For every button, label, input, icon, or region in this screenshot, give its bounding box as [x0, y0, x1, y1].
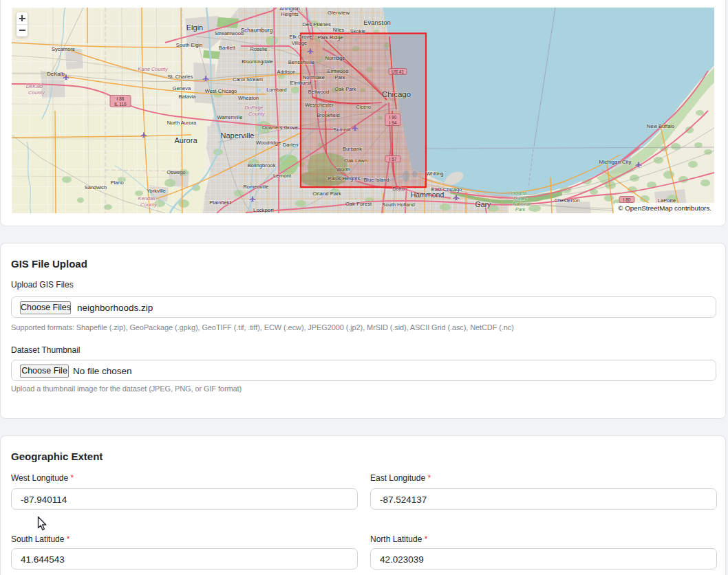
svg-text:Park Ridge: Park Ridge	[317, 34, 343, 41]
svg-text:North Aurora: North Aurora	[167, 120, 197, 126]
svg-text:Michigan City: Michigan City	[599, 159, 632, 165]
svg-text:Darien: Darien	[283, 142, 298, 148]
svg-text:Palos Heights: Palos Heights	[328, 175, 361, 182]
svg-text:Brookfield: Brookfield	[317, 112, 339, 118]
svg-text:Romeoville: Romeoville	[243, 184, 268, 190]
svg-text:Addison: Addison	[277, 69, 295, 75]
svg-text:County: County	[248, 111, 266, 117]
svg-text:US 41: US 41	[392, 69, 404, 74]
svg-text:Dolton: Dolton	[392, 186, 407, 192]
svg-text:IL 110: IL 110	[114, 102, 127, 107]
svg-text:Orland Park: Orland Park	[312, 191, 341, 197]
svg-text:Des Plaines: Des Plaines	[302, 21, 331, 28]
svg-text:Bloomingdale: Bloomingdale	[242, 58, 272, 65]
svg-text:Roselle: Roselle	[250, 46, 267, 52]
svg-text:Chicago: Chicago	[382, 90, 411, 98]
svg-text:I 80: I 80	[623, 197, 631, 202]
svg-text:Indiana: Indiana	[511, 191, 527, 195]
svg-text:County: County	[28, 89, 45, 96]
svg-text:South Elgin: South Elgin	[176, 42, 202, 48]
svg-text:Sycamore: Sycamore	[52, 46, 75, 52]
svg-text:Elgin: Elgin	[186, 23, 203, 32]
svg-text:Sandwich: Sandwich	[85, 184, 107, 191]
svg-text:Bolingbrook: Bolingbrook	[247, 162, 275, 169]
svg-text:DeKalb: DeKalb	[26, 83, 43, 89]
svg-text:Yorkville: Yorkville	[147, 188, 166, 194]
svg-text:DuPage: DuPage	[244, 105, 263, 111]
svg-text:Plainfield: Plainfield	[209, 199, 231, 206]
svg-text:Evanston: Evanston	[363, 19, 391, 26]
svg-text:West Chicago: West Chicago	[205, 88, 237, 94]
svg-text:Cicero: Cicero	[356, 104, 371, 110]
svg-text:Woodridge: Woodridge	[256, 140, 281, 146]
svg-text:Oak Forest: Oak Forest	[345, 201, 372, 207]
svg-text:Elmhurst: Elmhurst	[290, 80, 312, 86]
svg-text:Bartlett: Bartlett	[219, 45, 236, 51]
svg-text:Park: Park	[515, 207, 526, 212]
svg-text:Lemont: Lemont	[273, 173, 292, 179]
svg-text:DeKalb: DeKalb	[47, 71, 65, 77]
svg-text:Heights: Heights	[281, 11, 299, 17]
svg-text:Park: Park	[334, 74, 345, 80]
svg-text:I 94: I 94	[389, 120, 397, 125]
svg-text:County: County	[140, 202, 158, 208]
svg-text:I 88: I 88	[117, 96, 125, 101]
svg-text:Glenview: Glenview	[328, 10, 350, 16]
svg-text:Oswego: Oswego	[167, 169, 186, 175]
svg-text:East Chicago: East Chicago	[431, 186, 462, 193]
svg-text:Aurora: Aurora	[174, 136, 197, 144]
svg-text:Village: Village	[292, 40, 307, 46]
svg-text:Elmwood: Elmwood	[328, 68, 349, 74]
svg-text:Wheaton: Wheaton	[238, 95, 259, 101]
svg-text:Streamwood: Streamwood	[215, 30, 244, 36]
svg-text:National: National	[513, 202, 531, 206]
svg-text:Worth: Worth	[336, 166, 350, 173]
svg-text:New Buffalo: New Buffalo	[647, 123, 674, 129]
svg-text:Geneva: Geneva	[173, 85, 191, 91]
svg-text:Downers Grove: Downers Grove	[262, 124, 298, 131]
svg-text:Kane County: Kane County	[138, 66, 169, 72]
svg-text:Skokie: Skokie	[350, 28, 366, 34]
svg-text:Dunes: Dunes	[513, 196, 528, 201]
svg-text:Kendall: Kendall	[138, 195, 155, 202]
svg-text:Batavia: Batavia	[178, 94, 196, 100]
svg-text:I 90: I 90	[389, 115, 397, 120]
svg-text:South Holland: South Holland	[382, 202, 414, 208]
svg-text:Norridge: Norridge	[325, 55, 345, 61]
svg-text:Summit: Summit	[333, 127, 351, 133]
svg-text:Westchester: Westchester	[305, 102, 334, 108]
svg-text:Oak Lawn: Oak Lawn	[344, 158, 367, 164]
svg-text:Elk Grove: Elk Grove	[290, 34, 312, 40]
svg-text:Burbank: Burbank	[343, 146, 362, 152]
svg-text:Whiting: Whiting	[426, 171, 443, 177]
svg-text:Blue Island: Blue Island	[363, 177, 389, 183]
svg-text:Gary: Gary	[475, 200, 492, 208]
svg-text:Naperville: Naperville	[221, 131, 255, 140]
svg-text:Niles: Niles	[333, 27, 345, 33]
svg-text:Chesterton: Chesterton	[555, 197, 580, 204]
svg-text:Carol Stream: Carol Stream	[233, 76, 263, 83]
svg-text:I 57: I 57	[389, 157, 397, 162]
svg-text:Schaumburg: Schaumburg	[241, 28, 273, 34]
svg-text:Lockport: Lockport	[253, 207, 275, 213]
svg-text:Northlake: Northlake	[303, 74, 325, 80]
svg-text:Oak Park: Oak Park	[334, 86, 356, 92]
svg-text:Warrenville: Warrenville	[217, 114, 242, 120]
svg-text:St. Charles: St. Charles	[167, 74, 193, 80]
svg-text:Plano: Plano	[110, 180, 123, 186]
svg-text:Bellwood: Bellwood	[308, 89, 329, 95]
svg-text:Lombard: Lombard	[266, 87, 287, 93]
svg-text:Bensenville: Bensenville	[288, 59, 314, 65]
